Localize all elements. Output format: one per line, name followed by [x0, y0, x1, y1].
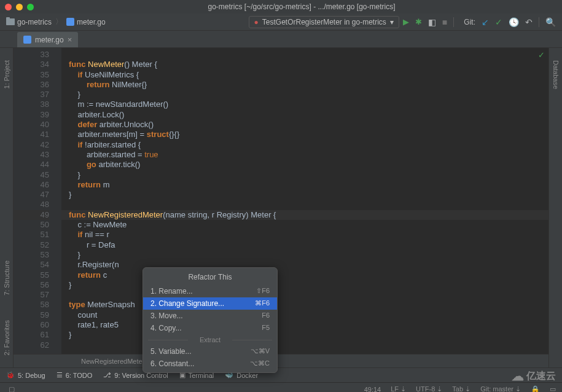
code-line[interactable] — [69, 200, 548, 210]
git-branch[interactable]: Git: master ⇣ — [480, 385, 521, 392]
folder-icon — [6, 18, 15, 25]
code-line[interactable]: if !arbiter.started { — [69, 140, 548, 150]
stop-button[interactable]: ■ — [442, 17, 447, 27]
menu-item[interactable]: 6. Constant...⌥⌘C — [143, 358, 277, 370]
menu-item[interactable]: 1. Rename...⇧F6 — [143, 285, 277, 297]
run-config-label: TestGetOrRegisterMeter in go-metrics — [262, 18, 386, 26]
tab-label: meter.go — [35, 36, 64, 44]
tool-debug[interactable]: 🐞 5: Debug — [6, 371, 45, 379]
popup-title: Refactor This — [143, 270, 277, 285]
git-label: Git: — [464, 18, 475, 26]
code-line[interactable]: } — [69, 170, 548, 180]
menu-item[interactable]: 4. Copy...F5 — [143, 322, 277, 334]
cursor-position[interactable]: 49:14 — [364, 386, 381, 393]
code-line[interactable] — [69, 50, 548, 60]
run-button[interactable]: ▶ — [403, 17, 409, 26]
code-line[interactable]: if nil == r — [69, 230, 548, 240]
minimize-window-button[interactable] — [16, 4, 23, 10]
bottom-tool-strip: 🐞 5: Debug ☰ 6: TODO ⎇ 9: Version Contro… — [0, 367, 562, 382]
code-editor[interactable]: ✓ 33343536373839404142434445464748495051… — [14, 48, 548, 354]
close-window-button[interactable] — [5, 4, 12, 10]
code-line[interactable]: m := newStandardMeter() — [69, 100, 548, 109]
code-line[interactable]: rate1, rate5 — [69, 320, 548, 330]
status-panel-toggle[interactable]: ▢ — [9, 385, 15, 392]
titlebar: go-metrics [~/go/src/go-metrics] - .../m… — [0, 0, 562, 14]
indent-setting[interactable]: Tab ⇣ — [452, 385, 470, 392]
code-line[interactable]: func NewRegisteredMeter(name string, r R… — [69, 210, 548, 220]
code-line[interactable]: } — [69, 90, 548, 100]
tool-structure[interactable]: 7: Structure — [3, 261, 10, 296]
tool-favorites[interactable]: 2: Favorites — [3, 320, 10, 355]
code-line[interactable] — [69, 340, 548, 350]
tool-database[interactable]: Database — [552, 60, 560, 89]
chevron-down-icon: ▾ — [390, 18, 394, 26]
right-tool-strip: Database — [548, 48, 562, 367]
git-commit-button[interactable]: ✓ — [495, 17, 502, 27]
close-tab-icon[interactable]: × — [68, 35, 72, 44]
maximize-window-button[interactable] — [27, 4, 34, 10]
code-area[interactable]: func NewMeter() Meter { if UseNilMetrics… — [61, 48, 548, 354]
code-line[interactable]: if UseNilMetrics { — [69, 70, 548, 80]
go-file-icon — [23, 36, 31, 44]
file-encoding[interactable]: UTF-8 ⇣ — [416, 385, 442, 392]
window-controls — [5, 4, 34, 10]
watermark: ☁ 亿速云 — [512, 369, 556, 383]
breadcrumb-project-label: go-metrics — [17, 18, 52, 26]
code-line[interactable]: c := NewMete — [69, 220, 548, 230]
code-line[interactable]: } — [69, 330, 548, 340]
navigation-bar: go-metrics 〉 meter.go — [6, 17, 245, 27]
window-title: go-metrics [~/go/src/go-metrics] - .../m… — [41, 2, 562, 11]
debug-button[interactable]: ✱ — [415, 17, 422, 26]
memory-indicator[interactable]: ▭ — [550, 385, 556, 392]
code-line[interactable] — [69, 290, 548, 300]
menu-item[interactable]: 3. Move...F6 — [143, 310, 277, 322]
breadcrumb-file[interactable]: meter.go — [66, 18, 106, 26]
code-line[interactable]: go arbiter.tick() — [69, 160, 548, 170]
code-line[interactable]: } — [69, 280, 548, 290]
code-line[interactable]: return c — [69, 270, 548, 280]
git-history-button[interactable]: 🕓 — [509, 17, 519, 27]
code-breadcrumb[interactable]: NewRegisteredMeter(name string, r Regist… — [14, 354, 548, 367]
code-line[interactable]: } — [69, 250, 548, 260]
status-bar: ▢ 49:14 LF ⇣ UTF-8 ⇣ Tab ⇣ Git: master ⇣… — [0, 382, 562, 392]
menu-item[interactable]: 2. Change Signature...⌘F6 — [143, 297, 277, 310]
lock-icon[interactable]: 🔒 — [531, 385, 540, 393]
tool-todo[interactable]: ☰ 6: TODO — [57, 371, 93, 379]
code-line[interactable]: count — [69, 310, 548, 320]
coverage-button[interactable]: ◧ — [428, 17, 436, 27]
tool-project[interactable]: 1: Project — [3, 60, 10, 88]
left-tool-strip: 1: Project 7: Structure 2: Favorites — [0, 48, 14, 367]
line-separator[interactable]: LF ⇣ — [391, 385, 406, 392]
cloud-icon: ☁ — [512, 369, 524, 383]
git-update-button[interactable]: ↙ — [482, 17, 489, 27]
menu-item[interactable]: 5. Variable...⌥⌘V — [143, 345, 277, 358]
code-line[interactable]: } — [69, 190, 548, 200]
code-line[interactable]: arbiter.Lock() — [69, 110, 548, 120]
main-toolbar: go-metrics 〉 meter.go ● TestGetOrRegiste… — [0, 14, 562, 31]
code-line[interactable]: return NilMeter{} — [69, 80, 548, 90]
search-everywhere-button[interactable]: 🔍 — [545, 17, 556, 27]
refactor-this-popup: Refactor This 1. Rename...⇧F62. Change S… — [142, 267, 278, 373]
git-revert-button[interactable]: ↶ — [525, 17, 533, 27]
code-line[interactable]: return m — [69, 180, 548, 190]
run-configuration-selector[interactable]: ● TestGetOrRegisterMeter in go-metrics ▾ — [249, 16, 399, 28]
breadcrumb-separator: 〉 — [55, 17, 63, 27]
tab-meter-go[interactable]: meter.go × — [17, 32, 78, 47]
code-line[interactable]: r.Register(n — [69, 260, 548, 270]
code-line[interactable]: arbiter.started = true — [69, 150, 548, 160]
code-line[interactable]: arbiter.meters[m] = struct{}{} — [69, 130, 548, 139]
editor-tabs: meter.go × — [0, 31, 562, 48]
go-file-icon — [66, 18, 74, 26]
code-line[interactable]: defer arbiter.Unlock() — [69, 120, 548, 130]
line-number-gutter[interactable]: 3334353637383940414243444546474849505152… — [14, 48, 61, 354]
code-line[interactable]: r = Defa — [69, 240, 548, 250]
breadcrumb-project[interactable]: go-metrics — [6, 18, 52, 26]
code-line[interactable]: type MeterSnapsh — [69, 300, 548, 310]
code-line[interactable]: func NewMeter() Meter { — [69, 60, 548, 69]
menu-separator-extract: Extract — [143, 334, 277, 345]
breadcrumb-file-label: meter.go — [77, 18, 106, 26]
